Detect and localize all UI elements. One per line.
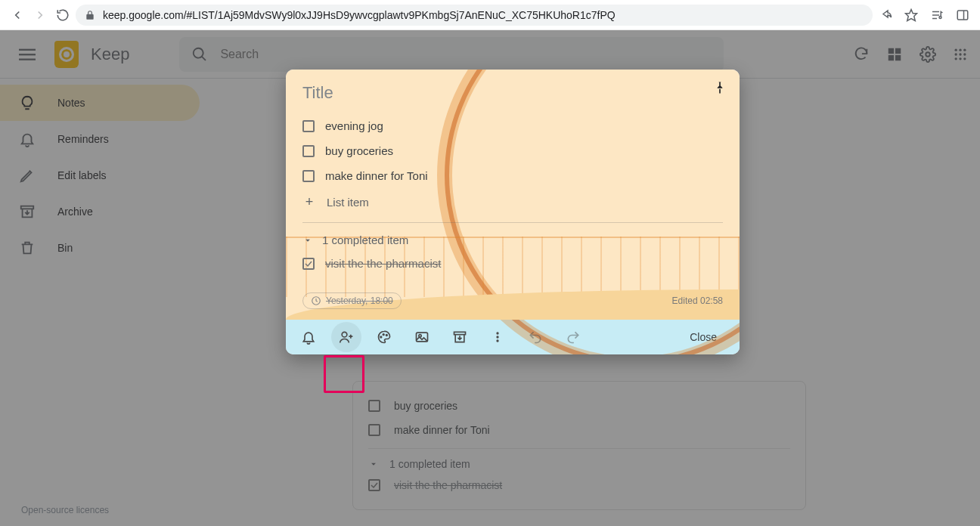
browser-chrome: keep.google.com/#LIST/1Aj59MdvSWy9l0xJJ9… [0,0,980,30]
svg-point-35 [496,332,498,334]
plus-icon: + [302,194,316,210]
add-list-item[interactable]: +List item [302,188,723,216]
image-button[interactable] [407,322,437,352]
note-modal: Title evening jog buy groceries make din… [286,70,740,354]
svg-point-37 [496,339,498,342]
lock-icon [85,10,95,20]
checkbox-icon[interactable] [302,170,315,182]
archive-button[interactable] [445,322,475,352]
svg-point-29 [380,336,382,338]
collaborator-button[interactable] [331,322,361,352]
address-bar[interactable]: keep.google.com/#LIST/1Aj59MdvSWy9l0xJJ9… [76,5,873,26]
svg-point-26 [342,332,347,337]
list-item[interactable]: make dinner for Toni [302,163,723,188]
palette-button[interactable] [369,322,399,352]
star-icon[interactable] [904,8,918,22]
svg-point-4 [939,16,941,18]
svg-point-36 [496,336,498,338]
redo-button[interactable] [558,322,588,352]
svg-point-30 [383,334,384,336]
url-text: keep.google.com/#LIST/1Aj59MdvSWy9l0xJJ9… [103,9,616,21]
list-item[interactable]: buy groceries [302,138,723,163]
reload-icon[interactable] [56,8,70,22]
svg-marker-0 [906,9,917,20]
svg-rect-34 [454,332,466,334]
checkbox-checked-icon[interactable] [302,258,315,270]
remind-button[interactable] [293,322,324,352]
list-item-done[interactable]: visit the the pharmacist [302,251,723,276]
back-icon[interactable] [11,8,24,22]
undo-button[interactable] [520,322,550,352]
checkbox-icon[interactable] [302,145,315,157]
music-icon[interactable] [930,8,944,22]
share-icon[interactable] [879,8,892,22]
licences-link[interactable]: Open-source licences [21,505,109,515]
list-item[interactable]: evening jog [302,113,723,138]
reminder-chip[interactable]: Yesterday, 18:00 [302,292,402,309]
checkbox-icon[interactable] [302,120,315,132]
note-title-input[interactable]: Title [302,83,723,103]
edited-text: Edited 02:58 [672,295,723,306]
svg-rect-5 [957,11,968,20]
completed-toggle[interactable]: 1 completed item [302,229,723,251]
svg-point-31 [386,335,388,336]
panel-icon[interactable] [956,8,969,22]
forward-icon [33,8,47,22]
